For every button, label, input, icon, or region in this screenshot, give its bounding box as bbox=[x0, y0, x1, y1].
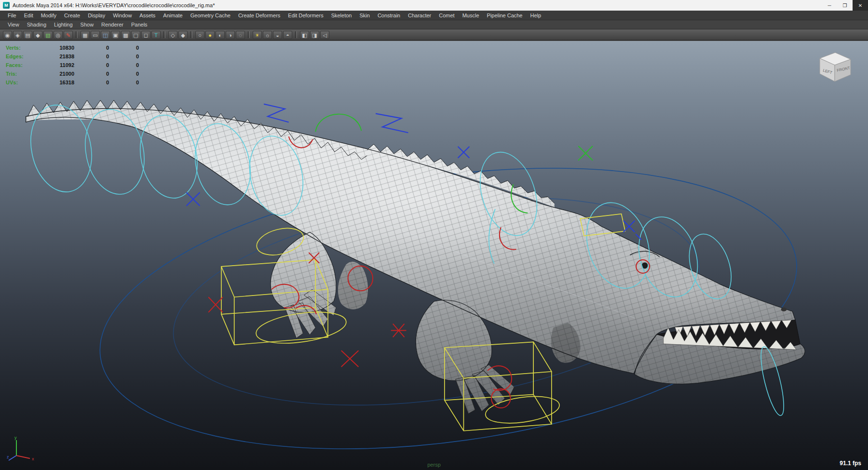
minimize-button[interactable]: ─ bbox=[822, 0, 837, 11]
select-camera-icon[interactable]: ◉ bbox=[3, 31, 12, 39]
panel-menu-shading[interactable]: Shading bbox=[23, 22, 50, 27]
toolbar-separator bbox=[248, 31, 250, 38]
menu-window[interactable]: Window bbox=[109, 13, 136, 18]
maximize-button[interactable]: ❐ bbox=[837, 0, 853, 11]
view-cube[interactable]: LEFT FRONT bbox=[813, 48, 857, 89]
hud-label: Edges: bbox=[6, 54, 47, 59]
x-axis-line bbox=[16, 456, 30, 458]
panel-menu-renderer[interactable]: Renderer bbox=[97, 22, 127, 27]
default-material-icon[interactable]: ◑ bbox=[226, 31, 235, 39]
lock-camera-icon[interactable]: ◈ bbox=[13, 31, 22, 39]
menu-muscle[interactable]: Muscle bbox=[459, 13, 483, 18]
bookmarks-icon[interactable]: ◆ bbox=[33, 31, 42, 39]
toolbar-separator bbox=[76, 31, 78, 38]
image-plane-icon[interactable]: ▧ bbox=[43, 31, 53, 39]
hud-value-col2: 0 bbox=[74, 80, 109, 85]
hud-row-tris: Tris: 21000 0 0 bbox=[6, 69, 139, 78]
resolution-gate-icon[interactable]: ◫ bbox=[101, 31, 110, 39]
panel-menu-view[interactable]: View bbox=[4, 22, 23, 27]
all-lights-icon[interactable]: ☀ bbox=[253, 31, 262, 39]
y-axis-label: y bbox=[14, 435, 17, 440]
fps-counter: 91.1 fps bbox=[840, 460, 861, 467]
hud-row-verts: Verts: 10830 0 0 bbox=[6, 43, 139, 52]
wireframe-icon[interactable]: ○ bbox=[195, 31, 204, 39]
toolbar-separator bbox=[190, 31, 192, 38]
field-chart-icon[interactable]: ▩ bbox=[121, 31, 130, 39]
hud-value: 21000 bbox=[47, 71, 74, 77]
safe-title-icon[interactable]: ◻ bbox=[141, 31, 150, 39]
window-title: Autodesk Maya 2014 x64: H:\Works\EVERYDA… bbox=[13, 2, 822, 8]
heads-up-display: Verts: 10830 0 0 Edges: 21838 0 0 Faces:… bbox=[6, 43, 139, 87]
toolbar-separator bbox=[163, 31, 165, 38]
menu-edit-deformers[interactable]: Edit Deformers bbox=[284, 13, 327, 18]
grid-icon[interactable]: ▦ bbox=[81, 31, 90, 39]
perspective-viewport[interactable]: Verts: 10830 0 0 Edges: 21838 0 0 Faces:… bbox=[0, 40, 868, 470]
panel-menu-panels[interactable]: Panels bbox=[127, 22, 151, 27]
maya-window: M Autodesk Maya 2014 x64: H:\Works\EVERY… bbox=[0, 0, 868, 470]
plugin-b-icon[interactable]: ◁ bbox=[320, 31, 329, 39]
camera-attributes-icon[interactable]: ▤ bbox=[23, 31, 32, 39]
hud-value-col3: 0 bbox=[109, 80, 139, 85]
menu-skin[interactable]: Skin bbox=[355, 13, 373, 18]
panel-menu-lighting[interactable]: Lighting bbox=[50, 22, 77, 27]
panel-menu-show[interactable]: Show bbox=[77, 22, 98, 27]
isolate-select-icon[interactable]: ◧ bbox=[300, 31, 309, 39]
hud-value-col2: 0 bbox=[74, 45, 109, 51]
shadows-icon[interactable]: ◓ bbox=[283, 31, 292, 39]
hud-value-col2: 0 bbox=[74, 54, 109, 59]
frame-selection-icon[interactable]: ◆ bbox=[178, 31, 188, 39]
textured-icon[interactable]: ◐ bbox=[216, 31, 225, 39]
crocodile-model[interactable] bbox=[4, 41, 864, 470]
viewport-canvas[interactable] bbox=[0, 41, 868, 470]
hud-label: Verts: bbox=[6, 45, 47, 51]
hud-value-col3: 0 bbox=[109, 71, 139, 77]
z-axis-label: z bbox=[7, 455, 9, 459]
menu-constrain[interactable]: Constrain bbox=[374, 13, 404, 18]
hud-label: Tris: bbox=[6, 71, 47, 77]
menu-modify[interactable]: Modify bbox=[37, 13, 60, 18]
menu-help[interactable]: Help bbox=[527, 13, 545, 18]
menu-pipeline-cache[interactable]: Pipeline Cache bbox=[483, 13, 527, 18]
panel-toolbar: ◉ ◈ ▤ ◆ ▧ ◎ ✎ ▦ ▭ ◫ ▣ ▩ ▢ ◻ T ◇ ◆ ○ ● ◐ … bbox=[0, 29, 868, 40]
xray-icon[interactable]: ◌ bbox=[236, 31, 245, 39]
hud-row-uvs: UVs: 16318 0 0 bbox=[6, 78, 139, 87]
menu-skeleton[interactable]: Skeleton bbox=[327, 13, 356, 18]
hud-value-col3: 0 bbox=[109, 45, 139, 51]
menu-assets[interactable]: Assets bbox=[136, 13, 159, 18]
z-axis-line bbox=[9, 456, 16, 460]
frame-all-icon[interactable]: ◇ bbox=[168, 31, 177, 39]
main-menu-bar: File Edit Modify Create Display Window A… bbox=[0, 11, 868, 20]
menu-create[interactable]: Create bbox=[60, 13, 84, 18]
panel-menu-bar: View Shading Lighting Show Renderer Pane… bbox=[0, 20, 868, 29]
menu-edit[interactable]: Edit bbox=[20, 13, 37, 18]
camera-name-label[interactable]: persp bbox=[427, 462, 441, 468]
close-button[interactable]: ✕ bbox=[853, 0, 868, 11]
grease-pencil-icon[interactable]: ✎ bbox=[64, 31, 73, 39]
menu-comet[interactable]: Comet bbox=[435, 13, 458, 18]
hud-toggle-icon[interactable]: T bbox=[151, 31, 161, 39]
menu-display[interactable]: Display bbox=[84, 13, 109, 18]
menu-character[interactable]: Character bbox=[404, 13, 435, 18]
selected-lights-icon[interactable]: ☼ bbox=[263, 31, 272, 39]
pan-zoom-icon[interactable]: ◎ bbox=[54, 31, 63, 39]
hud-label: UVs: bbox=[6, 80, 47, 85]
gate-mask-icon[interactable]: ▣ bbox=[111, 31, 120, 39]
nostril bbox=[781, 308, 787, 311]
safe-action-icon[interactable]: ▢ bbox=[131, 31, 140, 39]
title-bar[interactable]: M Autodesk Maya 2014 x64: H:\Works\EVERY… bbox=[0, 0, 868, 11]
menu-file[interactable]: File bbox=[4, 13, 20, 18]
axis-indicator: y x z bbox=[6, 434, 40, 465]
menu-create-deformers[interactable]: Create Deformers bbox=[234, 13, 284, 18]
maya-logo-icon: M bbox=[3, 2, 10, 9]
hud-row-edges: Edges: 21838 0 0 bbox=[6, 52, 139, 61]
menu-geometry-cache[interactable]: Geometry Cache bbox=[187, 13, 234, 18]
film-gate-icon[interactable]: ▭ bbox=[91, 31, 100, 39]
menu-animate[interactable]: Animate bbox=[159, 13, 186, 18]
hud-value: 10830 bbox=[47, 45, 74, 51]
hud-row-faces: Faces: 11092 0 0 bbox=[6, 61, 139, 69]
hud-value: 16318 bbox=[47, 80, 74, 85]
x-axis-label: x bbox=[32, 457, 34, 461]
flat-lighting-icon[interactable]: ◒ bbox=[273, 31, 282, 39]
smooth-shade-icon[interactable]: ● bbox=[205, 31, 215, 39]
plugin-a-icon[interactable]: ◨ bbox=[310, 31, 319, 39]
